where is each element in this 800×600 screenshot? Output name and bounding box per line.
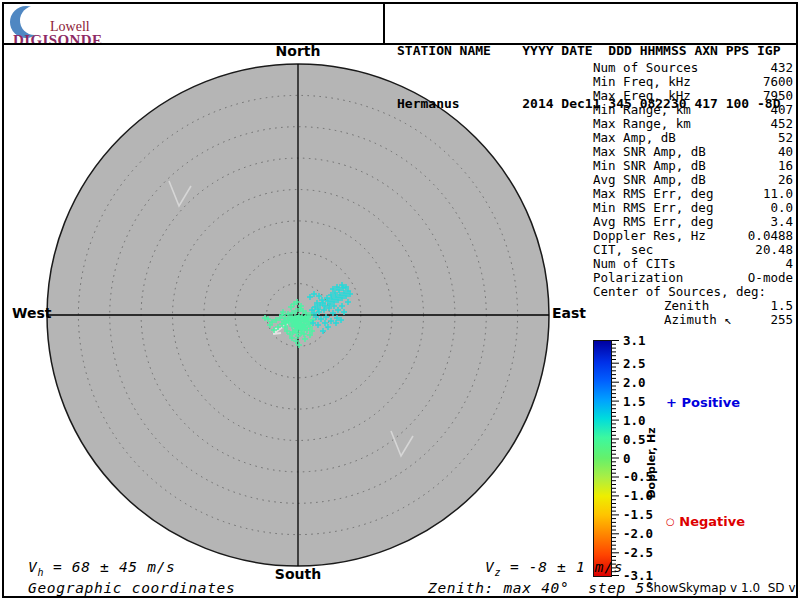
colorbar-axis-label: Doppler, Hz [645,427,658,498]
stat-label: Polarization [593,271,683,285]
stat-label: Min Range, km [593,103,691,117]
logo-brand-bottom: DIGISONDE [13,32,102,48]
stat-row: CIT, sec20.48 [593,243,793,257]
compass-label-east: East [552,305,586,321]
horizontal-velocity-readout: Vh = 68 ± 45 m/s [28,559,176,578]
stat-row: Max Freq, kHz7950 [593,89,793,103]
colorbar-tick-label: -2.0 [623,526,653,541]
colorbar-tick-marks [612,340,622,576]
stat-value: 26 [778,173,793,187]
stat-label: Max Range, km [593,117,691,131]
stat-row: Min Range, km407 [593,103,793,117]
stat-row: Max SNR Amp, dB40 [593,145,793,159]
header-divider [2,43,798,45]
stat-value: 16 [778,159,793,173]
colorbar-tick-label: -1.5 [623,507,653,522]
stat-value: 407 [770,103,793,117]
colorbar-tick-label: 2.0 [623,374,646,389]
stat-label: CIT, sec [593,243,653,257]
stat-label: Avg RMS Err, deg [593,215,713,229]
stat-value: 1.5 [770,299,793,313]
stat-row: Zenith1.5 [593,299,793,313]
stat-label: Zenith [593,299,709,313]
stat-row: PolarizationO-mode [593,271,793,285]
stat-row: Avg RMS Err, deg3.4 [593,215,793,229]
stat-value: 452 [770,117,793,131]
header-vertical-divider [383,2,385,44]
stat-row: Min RMS Err, deg0.0 [593,201,793,215]
stat-label: Max RMS Err, deg [593,187,713,201]
stat-label: Min SNR Amp, dB [593,159,706,173]
doppler-colorbar [593,340,612,577]
stat-row: Max Amp, dB52 [593,131,793,145]
stat-row: Max RMS Err, deg11.0 [593,187,793,201]
colorbar-tick-label: 0.5 [623,431,646,446]
stat-value: 7950 [763,89,793,103]
stat-value: 3.4 [770,215,793,229]
colorbar-tick-label: -2.5 [623,545,653,560]
circle-icon: ○ [666,516,675,527]
stat-row: Num of CITs4 [593,257,793,271]
stat-label: Max SNR Amp, dB [593,145,706,159]
stat-label: Center of Sources, deg: [593,285,766,299]
stat-label: Azimuth ↖ [593,313,732,327]
stat-row: Azimuth ↖255 [593,313,793,327]
stat-value: 20.48 [755,243,793,257]
stat-label: Max Freq, kHz [593,89,691,103]
stat-row: Doppler Res, Hz0.0488 [593,229,793,243]
legend-positive: + Positive [666,395,740,410]
showskymap-window: North South West East Lowell DIGISONDE S… [0,0,800,600]
colorbar-tick-label: 2.5 [623,355,646,370]
vertical-velocity-readout: Vz = -8 ± 1 m/s [485,559,623,578]
software-version-label: ShowSkymap v 1.0 SD v 5.1 [646,581,800,595]
stat-row: Min Freq, kHz7600 [593,75,793,89]
stat-value: 40 [778,145,793,159]
stat-label: Min RMS Err, deg [593,201,713,215]
stat-label: Doppler Res, Hz [593,229,706,243]
stat-value: 7600 [763,75,793,89]
lowell-digisonde-logo: Lowell DIGISONDE [6,4,116,48]
stat-value: 255 [770,313,793,327]
stat-value: 11.0 [763,187,793,201]
stat-row: Center of Sources, deg: [593,285,793,299]
compass-label-north: North [276,43,321,59]
zenith-range-note: Zenith: max 40° step 5° [428,580,654,596]
stat-value: 52 [778,131,793,145]
stat-label: Num of CITs [593,257,676,271]
legend-negative-label: Negative [679,514,745,529]
stat-value: 432 [770,61,793,75]
stat-row: Min SNR Amp, dB16 [593,159,793,173]
stat-value: 0.0 [770,201,793,215]
colorbar-tick-label: 3.1 [623,333,646,348]
colorbar-tick-label: 1.0 [623,412,646,427]
legend-positive-label: Positive [681,395,740,410]
stat-label: Max Amp, dB [593,131,676,145]
legend-negative: ○ Negative [666,514,745,529]
coordinates-mode-label: Geographic coordinates [28,580,235,596]
compass-label-west: West [12,305,51,321]
colorbar-tick-label: 1.5 [623,393,646,408]
stat-label: Min Freq, kHz [593,75,691,89]
colorbar-tick-label: 0 [623,450,631,465]
compass-label-south: South [275,566,321,582]
stat-value: 0.0488 [748,229,793,243]
measurement-stats-panel: Num of Sources432Min Freq, kHz7600Max Fr… [593,61,793,327]
stat-row: Avg SNR Amp, dB26 [593,173,793,187]
stat-label: Num of Sources [593,61,698,75]
stat-label: Avg SNR Amp, dB [593,173,706,187]
stat-value: O-mode [748,271,793,285]
stat-value: 4 [785,257,793,271]
plus-icon: + [666,395,677,410]
stat-row: Num of Sources432 [593,61,793,75]
stat-row: Max Range, km452 [593,117,793,131]
